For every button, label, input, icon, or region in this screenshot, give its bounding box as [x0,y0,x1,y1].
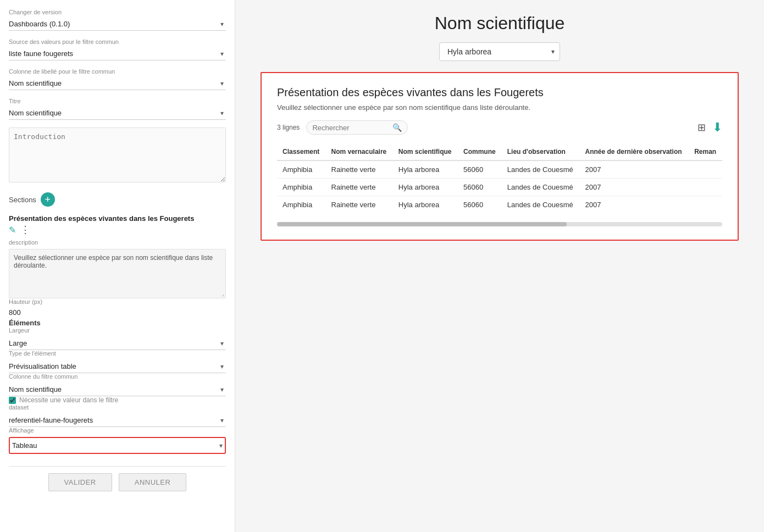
page-title: Nom scientifique [435,13,565,34]
sections-label: Sections [9,196,36,204]
dataset-select-wrapper[interactable]: referentiel-faune-fougerets ▾ [9,414,226,427]
filter-col2-label: Colonne du filtre commun [9,373,226,380]
table-cell: Hyla arborea [393,179,458,196]
cancel-button[interactable]: ANNULER [119,473,187,491]
table-cell: Landes de Couesmé [502,179,580,196]
description-label: description [9,239,226,246]
version-field: Changer de version Dashboards (0.1.0) ▾ [9,9,226,31]
description-text: Veuillez sélectionner une espèce par son… [14,254,213,269]
validate-button[interactable]: VALIDER [48,473,112,491]
description-field: description Veuillez sélectionner une es… [9,239,226,298]
element-type-select[interactable]: Prévisualisation table [9,360,226,373]
dataset-select[interactable]: referentiel-faune-fougerets [9,414,226,426]
table-row: AmphibiaRainette verteHyla arborea56060L… [277,179,722,196]
right-panel: Nom scientifique Hyla arborea ▾ Présenta… [235,0,764,532]
table-row: AmphibiaRainette verteHyla arborea56060L… [277,196,722,214]
filter-dropdown-wrapper[interactable]: Hyla arborea ▾ [439,42,560,61]
search-box[interactable]: 🔍 [306,120,408,135]
table-body: AmphibiaRainette verteHyla arborea56060L… [277,160,722,213]
intro-field [9,128,226,182]
elements-label: Éléments [9,319,226,327]
filter-col2-field: Colonne du filtre commun Nom scientifiqu… [9,373,226,396]
table-header-cell: Lieu d'observation [502,143,580,160]
edit-section-button[interactable]: ✎ [9,225,16,235]
table-cell: Amphibia [277,196,326,214]
table-cell: 56060 [458,179,502,196]
table-header-row: ClassementNom vernaculaireNom scientifiq… [277,143,722,160]
table-cell [689,196,722,214]
table-cell [689,179,722,196]
scroll-thumb [277,222,567,226]
affichage-select-wrapper[interactable]: Tableau ▾ [9,437,226,454]
table-cell: Landes de Couesmé [502,196,580,214]
version-label: Changer de version [9,9,226,15]
table-cell: Hyla arborea [393,196,458,214]
affichage-select[interactable]: Tableau [12,439,223,452]
element-type-field: Type de l'élément Prévisualisation table… [9,350,226,373]
largeur-select-wrapper[interactable]: Large ▾ [9,337,226,350]
height-field: Hauteur (px) 800 [9,298,226,317]
element-type-label: Type de l'élément [9,350,226,357]
section-block: Présentation des espèces vivantes dans l… [9,214,226,454]
resize-handle-icon: ⌟ [222,291,224,297]
largeur-select[interactable]: Large [9,337,226,350]
height-label: Hauteur (px) [9,298,226,305]
row-count: 3 lignes [277,124,300,131]
data-table: ClassementNom vernaculaireNom scientifiq… [277,143,722,213]
filter-col-label: Colonne de libellé pour le filtre commun [9,68,226,75]
filter-dropdown[interactable]: Hyla arborea [439,42,560,61]
table-cell: Amphibia [277,160,326,179]
download-icon[interactable]: ⬇ [712,120,722,135]
table-row: AmphibiaRainette verteHyla arborea56060L… [277,160,722,179]
add-column-icon[interactable]: ⊞ [697,121,706,134]
table-cell: 2007 [580,179,689,196]
affichage-field: Affichage Tableau ▾ [9,427,226,454]
add-section-button[interactable]: + [41,192,55,207]
filter-col-select-wrapper[interactable]: Nom scientifique ▾ [9,77,226,90]
largeur-label: Largeur [9,327,226,334]
sections-header: Sections + [9,192,226,207]
table-cell: 56060 [458,196,502,214]
affichage-label: Affichage [9,427,226,434]
table-header-cell: Nom scientifique [393,143,458,160]
filter-source-label: Source des valeurs pour le filtre commun [9,38,226,45]
bottom-buttons: VALIDER ANNULER [9,466,226,496]
largeur-field: Largeur Large ▾ [9,327,226,350]
title-label: Titre [9,98,226,104]
title-select-wrapper[interactable]: Nom scientifique ▾ [9,107,226,120]
dataset-field: dataset referentiel-faune-fougerets ▾ [9,404,226,427]
version-select[interactable]: Dashboards (0.1.0) [9,18,226,30]
table-cell: Rainette verte [326,196,393,214]
table-header-cell: Année de dernière observation [580,143,689,160]
requires-filter-checkbox[interactable] [9,397,16,404]
table-toolbar: 3 lignes 🔍 ⊞ ⬇ [277,120,722,135]
version-select-wrapper[interactable]: Dashboards (0.1.0) ▾ [9,18,226,31]
horizontal-scrollbar[interactable] [277,222,722,226]
left-panel: Changer de version Dashboards (0.1.0) ▾ … [0,0,235,532]
table-cell: Rainette verte [326,160,393,179]
preview-subtitle: Veuillez sélectionner une espèce par son… [277,103,722,112]
more-options-button[interactable]: ⋮ [20,224,30,236]
filter-col2-select[interactable]: Nom scientifique [9,383,226,396]
table-cell [689,160,722,179]
table-header-cell: Nom vernaculaire [326,143,393,160]
element-type-select-wrapper[interactable]: Prévisualisation table ▾ [9,360,226,373]
table-header: ClassementNom vernaculaireNom scientifiq… [277,143,722,160]
filter-source-select-wrapper[interactable]: liste faune fougerets ▾ [9,47,226,60]
filter-col-field: Colonne de libellé pour le filtre commun… [9,68,226,90]
table-cell: 56060 [458,160,502,179]
table-cell: Landes de Couesmé [502,160,580,179]
search-icon: 🔍 [392,123,402,132]
table-cell: Hyla arborea [393,160,458,179]
intro-textarea[interactable] [9,128,226,182]
description-box: Veuillez sélectionner une espèce par son… [9,249,226,298]
search-input[interactable] [312,124,389,132]
checkbox-label: Nécessite une valeur dans le filtre [19,396,118,404]
title-select[interactable]: Nom scientifique [9,107,226,119]
filter-col2-select-wrapper[interactable]: Nom scientifique ▾ [9,383,226,396]
table-cell: 2007 [580,196,689,214]
filter-source-select[interactable]: liste faune fougerets [9,47,226,60]
filter-col-select[interactable]: Nom scientifique [9,77,226,90]
table-header-cell: Reman [689,143,722,160]
dataset-label: dataset [9,404,226,411]
